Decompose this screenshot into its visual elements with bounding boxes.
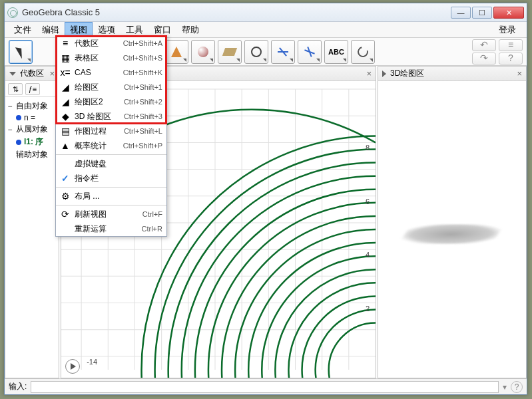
menu-item-shortcut: Ctrl+F <box>142 210 162 218</box>
menu-item-label: CAS <box>75 68 119 77</box>
tree-item[interactable]: l1: 序 <box>7 136 57 148</box>
login-link[interactable]: 登录 <box>492 22 523 38</box>
input-dropdown-icon[interactable]: ▾ <box>503 382 507 392</box>
tool-circle[interactable] <box>244 40 268 64</box>
graphics2-icon: ◢ <box>60 96 71 107</box>
menu-item-label: 指令栏 <box>75 173 158 184</box>
menu-item-label: 刷新视图 <box>75 209 138 220</box>
color-dot-icon <box>16 140 21 145</box>
input-label: 输入: <box>9 381 27 392</box>
menu-help[interactable]: 帮助 <box>176 22 204 38</box>
svg-point-31 <box>262 256 376 378</box>
menu-item-shortcut: Ctrl+Shift+S <box>123 54 162 62</box>
input-help-button[interactable]: ? <box>511 381 523 393</box>
menu-file[interactable]: 文件 <box>9 22 37 38</box>
menu-item-重新运算[interactable]: 重新运算Ctrl+R <box>56 221 166 236</box>
menu-item-CAS[interactable]: x=CASCtrl+Shift+K <box>56 65 166 80</box>
menu-item-绘图区[interactable]: ◢绘图区Ctrl+Shift+1 <box>56 80 166 94</box>
window-title: GeoGebra Classic 5 <box>22 7 449 17</box>
sphere-icon <box>198 47 208 57</box>
application-window: GeoGebra Classic 5 — ☐ ✕ 文件 编辑 视图 选项 工具 … <box>4 3 527 395</box>
spreadsheet-icon: ▦ <box>60 53 71 63</box>
tool-rotate-view[interactable] <box>351 40 375 64</box>
menu-item-label: 绘图区 <box>75 82 120 93</box>
tool-move[interactable] <box>9 40 33 64</box>
tool-plane[interactable] <box>218 40 242 64</box>
menu-item-指令栏[interactable]: ✓指令栏 <box>56 171 166 186</box>
color-dot-icon <box>16 115 21 120</box>
minimize-button[interactable]: — <box>451 7 471 19</box>
view3d-header[interactable]: 3D绘图区 × <box>378 66 526 81</box>
menu-item-绘图区2[interactable]: ◢绘图区2Ctrl+Shift+2 <box>56 94 166 109</box>
undo-redo-group: ↶ ↷ ≡ ? <box>472 39 523 65</box>
y-tick-6: 6 <box>366 198 370 205</box>
algebra-close[interactable]: × <box>49 68 55 78</box>
y-tick-2: 2 <box>366 305 370 313</box>
menu-item-shortcut: Ctrl+Shift+2 <box>124 98 162 106</box>
menu-item-虚拟键盘[interactable]: 虚拟键盘 <box>56 156 166 171</box>
menu-item-label: 概率统计 <box>75 140 119 152</box>
expand-icon <box>382 70 386 77</box>
menu-item-shortcut: Ctrl+Shift+A <box>123 39 162 47</box>
probability-icon: ▲ <box>60 140 71 151</box>
play-button[interactable] <box>65 359 80 374</box>
menu-item-shortcut: Ctrl+Shift+P <box>123 142 162 150</box>
algebra-header[interactable]: 代数区 × <box>5 66 59 81</box>
menu-item-3D 绘图区[interactable]: ◆3D 绘图区Ctrl+Shift+3 <box>56 109 166 124</box>
recalc-icon <box>60 223 71 234</box>
close-button[interactable]: ✕ <box>493 7 524 19</box>
y-tick-8: 8 <box>366 144 370 152</box>
sort-button[interactable]: ⇅ <box>8 83 23 95</box>
expand-toggle: − <box>7 125 13 134</box>
menu-item-label: 绘图区2 <box>75 96 120 108</box>
menu-item-作图过程[interactable]: ▤作图过程Ctrl+Shift+L <box>56 124 166 138</box>
tree-item[interactable]: 辅助对象 <box>7 148 57 161</box>
intersect-icon <box>278 47 288 57</box>
tool-angle[interactable] <box>298 40 322 64</box>
svg-point-26 <box>195 190 376 378</box>
menu-item-label: 代数区 <box>75 38 119 49</box>
tool-text[interactable]: ABC <box>324 40 348 64</box>
menu-item-label: 重新运算 <box>75 223 138 235</box>
cursor-icon <box>15 45 26 59</box>
help-button[interactable]: ? <box>499 53 523 65</box>
tool-cone[interactable] <box>164 40 188 64</box>
tree-item[interactable]: −自由对象 <box>7 100 57 112</box>
circle-icon <box>251 47 262 57</box>
view-menu-dropdown: ≡代数区Ctrl+Shift+A▦表格区Ctrl+Shift+Sx=CASCtr… <box>55 35 167 237</box>
menu-item-布局 ...[interactable]: ⚙布局 ... <box>56 189 166 203</box>
tree-label: l1: 序 <box>24 136 43 148</box>
command-input[interactable] <box>31 381 499 393</box>
tree-item[interactable]: n = <box>7 112 57 123</box>
tree-label: n = <box>24 113 35 122</box>
3d-icon: ◆ <box>60 111 71 122</box>
graphics-close[interactable]: × <box>366 68 372 78</box>
view3d-close[interactable]: × <box>517 68 522 78</box>
menu-item-代数区[interactable]: ≡代数区Ctrl+Shift+A <box>56 36 166 51</box>
expr-button[interactable]: ƒ≡ <box>25 83 40 95</box>
tool-sphere[interactable] <box>191 40 215 64</box>
app-logo-icon <box>7 7 18 18</box>
menu-item-shortcut: Ctrl+R <box>142 225 162 233</box>
menu-item-shortcut: Ctrl+Shift+1 <box>124 83 162 91</box>
graphics-icon: ◢ <box>60 82 71 92</box>
menu-item-label: 3D 绘图区 <box>75 111 120 122</box>
maximize-button[interactable]: ☐ <box>472 7 492 19</box>
tree-item[interactable]: −从属对象 <box>7 123 57 136</box>
redo-button[interactable]: ↷ <box>472 53 496 65</box>
svg-point-24 <box>168 163 376 378</box>
menu-item-表格区[interactable]: ▦表格区Ctrl+Shift+S <box>56 51 166 65</box>
tool-intersect[interactable] <box>271 40 295 64</box>
algebra-panel: 代数区 × ⇅ ƒ≡ −自由对象n = −从属对象l1: 序辅助对象 <box>5 66 59 378</box>
tree-label: 辅助对象 <box>16 149 48 160</box>
menu-item-概率统计[interactable]: ▲概率统计Ctrl+Shift+P <box>56 138 166 153</box>
refresh-icon: ⟳ <box>60 209 71 219</box>
x-tick: -14 <box>87 358 97 366</box>
plane-icon <box>222 48 237 56</box>
algebra-toolbar: ⇅ ƒ≡ <box>5 81 59 97</box>
settings-button[interactable]: ≡ <box>499 39 523 51</box>
menu-item-刷新视图[interactable]: ⟳刷新视图Ctrl+F <box>56 207 166 221</box>
view3d-canvas[interactable] <box>378 81 526 378</box>
menu-item-label: 布局 ... <box>75 191 158 202</box>
undo-button[interactable]: ↶ <box>472 39 496 51</box>
